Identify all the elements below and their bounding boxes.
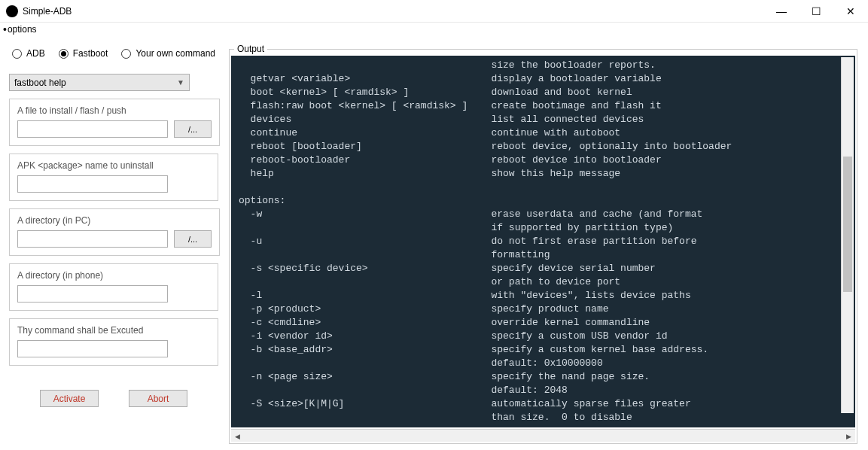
titlebar: Simple-ADB — ☐ ✕ (0, 0, 868, 23)
output-terminal[interactable]: size the bootloader reports. getvar <var… (231, 56, 855, 427)
scrollbar-thumb[interactable] (843, 157, 852, 292)
radio-own-label: Your own command (136, 48, 215, 59)
file-label: A file to install / flash / push (17, 105, 212, 116)
file-fieldset: A file to install / flash / push /... (9, 99, 220, 146)
menubar: • options (0, 23, 868, 36)
file-input[interactable] (17, 120, 168, 138)
radio-fastboot[interactable]: Fastboot (59, 48, 108, 59)
minimize-button[interactable]: — (764, 0, 799, 23)
left-panel: ADB Fastboot Your own command fastboot h… (9, 44, 218, 444)
output-legend: Output (234, 44, 267, 54)
menu-bullet: • (3, 23, 7, 35)
scroll-right-icon[interactable]: ▶ (842, 430, 855, 442)
apk-fieldset: APK <package> name to uninstall (9, 154, 218, 201)
dir-pc-fieldset: A directory (in PC) /... (9, 208, 220, 256)
radio-adb[interactable]: ADB (12, 48, 45, 59)
maximize-button[interactable]: ☐ (799, 0, 833, 23)
scroll-left-icon[interactable]: ◀ (231, 430, 244, 442)
chevron-down-icon: ▼ (177, 78, 184, 87)
file-browse-button[interactable]: /... (174, 120, 212, 138)
apk-input[interactable] (17, 175, 168, 193)
action-row: Activate Abort (9, 373, 218, 407)
radio-fastboot-label: Fastboot (73, 48, 108, 59)
radio-circle-icon (12, 49, 22, 59)
radio-own-command[interactable]: Your own command (121, 48, 215, 59)
menu-options[interactable]: options (8, 24, 37, 35)
vertical-scrollbar[interactable] (841, 57, 854, 413)
cmd-input[interactable] (17, 340, 168, 357)
output-fieldset: Output size the bootloader reports. getv… (229, 44, 857, 444)
dir-pc-input[interactable] (17, 230, 168, 248)
window-controls: — ☐ ✕ (764, 0, 868, 23)
window-title: Simple-ADB (23, 6, 764, 17)
cmd-fieldset: Thy command shall be Excuted (9, 318, 218, 366)
cmd-label: Thy command shall be Excuted (17, 325, 210, 336)
app-icon (6, 5, 18, 17)
apk-label: APK <package> name to uninstall (17, 160, 210, 171)
horizontal-scrollbar[interactable]: ◀ ▶ (231, 429, 855, 442)
dir-pc-browse-button[interactable]: /... (174, 230, 212, 248)
right-panel: Output size the bootloader reports. getv… (229, 44, 857, 444)
radio-circle-icon (121, 49, 131, 59)
command-combobox[interactable]: fastboot help ▼ (9, 74, 190, 91)
activate-button[interactable]: Activate (40, 390, 99, 407)
abort-button[interactable]: Abort (129, 390, 187, 407)
dir-pc-label: A directory (in PC) (17, 215, 212, 226)
terminal-wrap: size the bootloader reports. getvar <var… (231, 56, 855, 427)
radio-circle-icon (59, 49, 69, 59)
content: ADB Fastboot Your own command fastboot h… (0, 36, 868, 450)
close-button[interactable]: ✕ (833, 0, 868, 23)
dir-phone-fieldset: A directory (in phone) (9, 263, 218, 311)
dir-phone-label: A directory (in phone) (17, 270, 210, 281)
mode-radio-group: ADB Fastboot Your own command (9, 44, 218, 66)
radio-adb-label: ADB (26, 48, 45, 59)
command-combobox-value: fastboot help (14, 78, 66, 88)
dir-phone-input[interactable] (17, 285, 168, 303)
